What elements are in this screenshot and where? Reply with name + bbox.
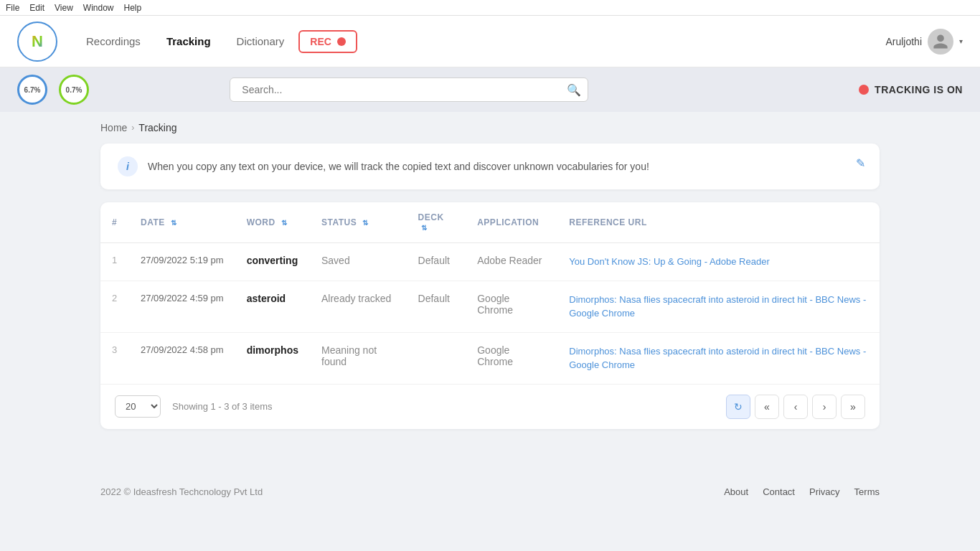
page-size-select[interactable]: 10 20 50 100: [115, 395, 161, 418]
url-link[interactable]: Dimorphos: Nasa flies spacecraft into as…: [569, 294, 866, 319]
cell-url[interactable]: Dimorphos: Nasa flies spacecraft into as…: [557, 332, 880, 384]
breadcrumb-home[interactable]: Home: [100, 122, 127, 133]
tracking-label: TRACKING IS ON: [875, 84, 963, 95]
tracking-dot-icon: [859, 85, 869, 95]
cell-application: Adobe Reader: [466, 243, 557, 281]
sub-header: 6.7% 0.7% 🔍 TRACKING IS ON: [0, 67, 980, 112]
avatar: [928, 29, 953, 55]
search-input[interactable]: [230, 77, 588, 102]
col-application: APPLICATION: [466, 202, 557, 243]
footer-links: About Contact Privacy Terms: [724, 486, 880, 497]
nav-links: Recordings Tracking Dictionary REC: [75, 29, 885, 53]
showing-text: Showing 1 - 3 of 3 items: [172, 401, 272, 412]
nav-dictionary[interactable]: Dictionary: [225, 29, 296, 53]
menu-file[interactable]: File: [6, 3, 19, 13]
logo-letter: N: [32, 32, 43, 51]
url-link[interactable]: You Don't Know JS: Up & Going - Adobe Re…: [569, 256, 770, 267]
info-icon: i: [118, 156, 138, 176]
menu-bar: File Edit View Window Help: [0, 0, 980, 16]
rec-button[interactable]: REC: [298, 30, 357, 53]
col-status[interactable]: STATUS ⇅: [310, 202, 407, 243]
stat-circle-2: 0.7%: [59, 75, 89, 105]
url-link[interactable]: Dimorphos: Nasa flies spacecraft into as…: [569, 346, 866, 371]
cell-num: 2: [100, 281, 129, 332]
col-word[interactable]: WORD ⇅: [235, 202, 310, 243]
menu-view[interactable]: View: [55, 3, 73, 13]
breadcrumb: Home › Tracking: [0, 112, 980, 143]
cell-word: converting: [235, 243, 310, 281]
footer-about[interactable]: About: [724, 486, 748, 497]
cell-deck: [407, 332, 466, 384]
menu-help[interactable]: Help: [124, 3, 142, 13]
info-banner: i When you copy any text on your device,…: [100, 143, 880, 189]
footer-terms[interactable]: Terms: [854, 486, 880, 497]
tracking-status: TRACKING IS ON: [859, 84, 963, 95]
menu-edit[interactable]: Edit: [29, 3, 44, 13]
cell-num: 3: [100, 332, 129, 384]
cell-date: 27/09/2022 5:19 pm: [129, 243, 235, 281]
last-page-button[interactable]: »: [841, 395, 865, 419]
cell-num: 1: [100, 243, 129, 281]
user-name: Aruljothi: [885, 36, 922, 47]
table-row: 1 27/09/2022 5:19 pm converting Saved De…: [100, 243, 880, 281]
col-num: #: [100, 202, 129, 243]
nav-tracking[interactable]: Tracking: [155, 29, 222, 53]
search-icon: 🔍: [567, 83, 581, 97]
table-card: # DATE ⇅ WORD ⇅ STATUS ⇅ DECK: [100, 202, 880, 429]
col-reference-url: REFERENCE URL: [557, 202, 880, 243]
stat-value-2: 0.7%: [66, 86, 83, 94]
search-bar-wrap: 🔍: [230, 77, 588, 102]
table-row: 3 27/09/2022 4:58 pm dimorphos Meaning n…: [100, 332, 880, 384]
chevron-down-icon: ▾: [959, 37, 963, 45]
sort-icon-status: ⇅: [362, 219, 369, 227]
nav-recordings[interactable]: Recordings: [75, 29, 152, 53]
cell-status: Already tracked: [310, 281, 407, 332]
stat-circle-1: 6.7%: [17, 75, 47, 105]
rec-label: REC: [310, 36, 331, 47]
rec-dot-icon: [337, 37, 346, 46]
footer-contact[interactable]: Contact: [763, 486, 795, 497]
col-deck[interactable]: DECK ⇅: [407, 202, 466, 243]
sort-icon-word: ⇅: [281, 219, 288, 227]
cell-date: 27/09/2022 4:58 pm: [129, 332, 235, 384]
info-text: When you copy any text on your device, w…: [148, 161, 862, 172]
cell-url[interactable]: Dimorphos: Nasa flies spacecraft into as…: [557, 281, 880, 332]
first-page-button[interactable]: «: [755, 395, 779, 419]
cell-word: dimorphos: [235, 332, 310, 384]
cell-url[interactable]: You Don't Know JS: Up & Going - Adobe Re…: [557, 243, 880, 281]
cell-status: Meaning not found: [310, 332, 407, 384]
cell-date: 27/09/2022 4:59 pm: [129, 281, 235, 332]
next-page-button[interactable]: ›: [812, 395, 837, 419]
cell-status: Saved: [310, 243, 407, 281]
col-date[interactable]: DATE ⇅: [129, 202, 235, 243]
user-section[interactable]: Aruljothi ▾: [885, 29, 963, 55]
stat-value-1: 6.7%: [24, 86, 41, 94]
footer-copyright: 2022 © Ideasfresh Techcnology Pvt Ltd: [100, 486, 263, 497]
cell-word: asteroid: [235, 281, 310, 332]
cell-application: Google Chrome: [466, 332, 557, 384]
tracking-table: # DATE ⇅ WORD ⇅ STATUS ⇅ DECK: [100, 202, 880, 384]
edit-icon[interactable]: ✎: [856, 156, 865, 170]
page-buttons: ↻ « ‹ › »: [726, 395, 865, 419]
main-content: i When you copy any text on your device,…: [0, 143, 980, 458]
refresh-button[interactable]: ↻: [726, 395, 750, 419]
sort-icon-date: ⇅: [171, 219, 177, 227]
cell-deck: Default: [407, 281, 466, 332]
table-header-row: # DATE ⇅ WORD ⇅ STATUS ⇅ DECK: [100, 202, 880, 243]
breadcrumb-separator: ›: [131, 123, 134, 133]
cell-application: Google Chrome: [466, 281, 557, 332]
footer: 2022 © Ideasfresh Techcnology Pvt Ltd Ab…: [0, 472, 980, 512]
breadcrumb-current: Tracking: [138, 122, 176, 133]
menu-window[interactable]: Window: [83, 3, 114, 13]
top-nav: N Recordings Tracking Dictionary REC Aru…: [0, 16, 980, 67]
table-row: 2 27/09/2022 4:59 pm asteroid Already tr…: [100, 281, 880, 332]
sort-icon-deck: ⇅: [421, 224, 428, 232]
logo[interactable]: N: [17, 22, 57, 62]
pagination-bar: 10 20 50 100 Showing 1 - 3 of 3 items ↻ …: [100, 384, 880, 429]
footer-privacy[interactable]: Privacy: [809, 486, 840, 497]
prev-page-button[interactable]: ‹: [783, 395, 808, 419]
cell-deck: Default: [407, 243, 466, 281]
